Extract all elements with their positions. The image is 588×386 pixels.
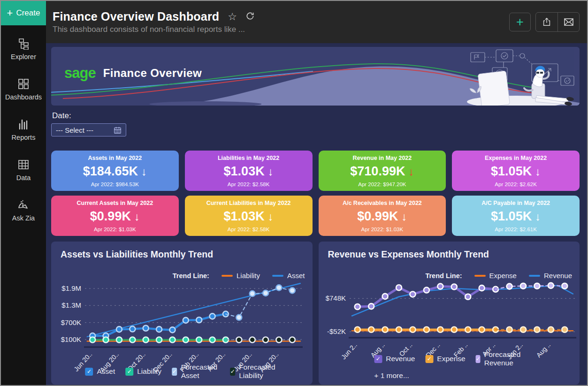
down-arrow-icon: ↓ (268, 166, 274, 177)
kpi-previous-value: Apr 2022: $2.61K (495, 227, 537, 232)
trend-item-name: Expense (489, 272, 517, 280)
legend-label: Asset (97, 367, 115, 376)
share-email-group (535, 12, 580, 32)
sidebar-item-ask-zia[interactable]: Ask Zia (12, 199, 35, 222)
legend-item-asset[interactable]: ✓Asset (85, 367, 115, 376)
kpi-card-expenses-in-may-2022[interactable]: Expenses in May 2022$1.05K↓Apr 2022: $2.… (452, 151, 580, 191)
sidebar-item-dashboards[interactable]: Dashboards (5, 78, 42, 101)
kpi-card-liabilities-in-may-2022[interactable]: Liabilities in May 2022$1.03K↓Apr 2022: … (185, 151, 313, 191)
kpi-previous-value: Apr 2022: $1.03K (361, 227, 404, 232)
trend-legend-label: Trend Line: (173, 272, 209, 280)
trend-item-name: Liability (237, 272, 260, 280)
dashboards-icon (17, 78, 30, 90)
sidebar-item-reports[interactable]: Reports (12, 118, 36, 141)
checkbox-checked-icon: ✓ (425, 355, 433, 363)
export-button[interactable] (536, 13, 557, 31)
date-select-value: --- Select --- (56, 126, 93, 134)
kpi-previous-value: Apr 2022: $947.20K (358, 182, 406, 187)
legend-item-liability[interactable]: ✓Liability (125, 367, 161, 376)
kpi-title: Current Assets in May 2022 (76, 200, 153, 206)
kpi-value: $1.03K↓ (224, 165, 274, 178)
plus-icon: + (7, 8, 13, 18)
kpi-title: A/c Receivables in May 2022 (343, 200, 422, 206)
ask-zia-icon (17, 199, 30, 211)
charts-row: Assets vs Liabilities Monthly Trend Tren… (51, 242, 580, 385)
kpi-previous-value: Apr 2022: $2.58K (228, 182, 270, 187)
data-icon (17, 159, 30, 171)
topbar-actions: + (509, 12, 580, 32)
trend-item-name: Revenue (544, 272, 572, 280)
assets-liabilities-panel: Assets vs Liabilities Monthly Trend Tren… (51, 242, 313, 385)
legend-item-forecasted-revenue[interactable]: ✓Forecasted Revenue (476, 350, 524, 367)
sage-logo: sage (64, 65, 96, 82)
title-block: Finance Overview Dashboard ☆ This dashbo… (53, 10, 255, 34)
down-arrow-icon: ↓ (535, 211, 541, 222)
main-area: Finance Overview Dashboard ☆ This dashbo… (46, 1, 587, 385)
legend-item-forecasted-liability[interactable]: ✓Forecasted Liability (230, 363, 278, 380)
down-arrow-icon: ↓ (401, 211, 407, 222)
legend-item-expense[interactable]: ✓Expense (425, 355, 465, 363)
kpi-card-a-c-receivables-in-may-2022[interactable]: A/c Receivables in May 2022$0.99K↓Apr 20… (319, 196, 446, 236)
trend-legend-label: Trend Line: (425, 272, 462, 280)
checkbox-checked-icon: ✓ (374, 355, 382, 363)
svg-text:-$52K: -$52K (327, 327, 345, 335)
sidebar-item-label: Explorer (11, 53, 36, 61)
kpi-value: $1.03K↓ (224, 210, 274, 223)
sidebar-nav: ExplorerDashboardsReportsDataAsk Zia (1, 38, 46, 222)
kpi-card-assets-in-may-2022[interactable]: Assets in May 2022$184.65K↓Apr 2022: $98… (51, 151, 179, 191)
down-arrow-icon: ↓ (535, 166, 541, 177)
legend-item-revenue[interactable]: ✓Revenue (374, 355, 415, 363)
revenue-expenses-panel: Revenue vs Expenses Monthly Trend Trend … (319, 242, 580, 385)
kpi-title: A/C Payable in May 2022 (481, 200, 550, 206)
checkbox-checked-icon: ✓ (125, 368, 133, 376)
svg-text:$100K: $100K (61, 335, 81, 343)
add-report-button[interactable]: + (509, 13, 531, 31)
create-button[interactable]: + Create (1, 1, 46, 25)
checkbox-checked-icon: ✓ (476, 355, 481, 363)
kpi-card-current-liabilities-in-may-2022[interactable]: Current Liabilities in May 2022$1.03K↓Ap… (185, 196, 313, 236)
email-icon (563, 16, 574, 28)
down-arrow-icon: ↓ (134, 211, 140, 222)
legend-item-forecasted-asset[interactable]: ✓Forecasted Asset (172, 363, 220, 380)
assets-liabilities-chart[interactable]: $1.9M$1.3M$700K$100KJun 20..Aug 20..Oct … (55, 264, 305, 374)
sidebar-item-data[interactable]: Data (16, 159, 31, 182)
kpi-grid: Assets in May 2022$184.65K↓Apr 2022: $98… (51, 151, 580, 236)
banner-title: Finance Overview (103, 67, 202, 80)
trend-dash-icon (272, 275, 283, 277)
sidebar-item-label: Reports (12, 134, 36, 141)
email-button[interactable] (557, 13, 579, 31)
legend-label: Forecasted Revenue (484, 350, 524, 367)
sidebar-item-explorer[interactable]: Explorer (11, 38, 36, 61)
page-title: Finance Overview Dashboard (53, 10, 219, 23)
svg-text:Jun 2..: Jun 2.. (339, 341, 358, 361)
trend-item-liability: Liability (221, 272, 260, 280)
kpi-card-a-c-payable-in-may-2022[interactable]: A/C Payable in May 2022$1.05K↓Apr 2022: … (452, 196, 580, 236)
date-select[interactable]: --- Select --- (51, 123, 126, 136)
date-filter-label: Date: (52, 111, 580, 121)
legend-label: Expense (437, 355, 465, 363)
kpi-value: $184.65K↓ (83, 165, 147, 178)
kpi-value: $710.99K↓ (350, 165, 414, 178)
checkbox-checked-icon: ✓ (172, 368, 177, 376)
trend-item-name: Asset (287, 272, 305, 280)
legend-more-link[interactable]: + 1 more... (374, 371, 524, 380)
sidebar-item-label: Dashboards (5, 93, 42, 101)
sidebar: + Create ExplorerDashboardsReportsDataAs… (1, 1, 46, 385)
refresh-icon[interactable] (245, 11, 255, 23)
kpi-card-current-assets-in-may-2022[interactable]: Current Assets in May 2022$0.99K↓Apr 202… (51, 196, 179, 236)
calendar-icon (114, 126, 122, 134)
svg-text:$1.9M: $1.9M (61, 284, 81, 292)
trend-line-legend: Trend Line:ExpenseRevenue (425, 272, 572, 280)
trend-dash-icon (221, 275, 233, 277)
checkbox-checked-icon: ✓ (85, 368, 93, 376)
kpi-card-revenue-in-may-2022[interactable]: Revenue in May 2022$710.99K↓Apr 2022: $9… (319, 151, 446, 191)
banner-widget: sage Finance Overview (51, 47, 580, 106)
down-arrow-icon: ↓ (408, 166, 414, 177)
down-arrow-icon: ↓ (141, 166, 147, 177)
star-icon[interactable]: ☆ (228, 12, 237, 22)
kpi-value: $0.99K↓ (90, 210, 140, 223)
trend-dash-icon (474, 275, 486, 277)
trend-item-expense: Expense (474, 272, 517, 280)
kpi-value: $1.05K↓ (491, 165, 541, 178)
kpi-previous-value: Apr 2022: $1.03K (94, 227, 136, 232)
